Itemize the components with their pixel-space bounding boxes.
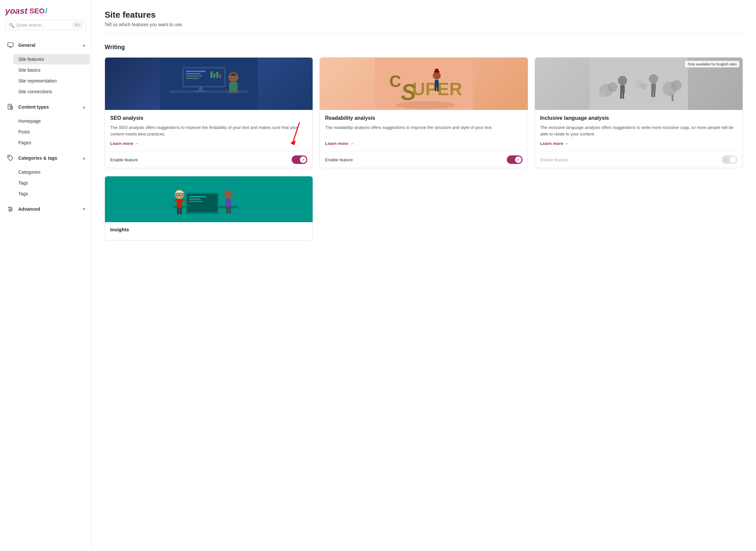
svg-rect-47 bbox=[622, 93, 624, 99]
nav-section-general: General ▲ Site features Site basics Site… bbox=[0, 37, 91, 97]
svg-rect-45 bbox=[620, 85, 625, 93]
nav-item-categories[interactable]: Categories bbox=[13, 167, 90, 177]
search-box[interactable]: 🔍 Quick search... ⌘K bbox=[5, 20, 86, 30]
writing-section-title: Writing bbox=[105, 44, 743, 51]
nav-section-advanced-header[interactable]: Advanced ▼ bbox=[0, 200, 91, 217]
svg-point-42 bbox=[608, 82, 617, 92]
nav-item-posts[interactable]: Posts bbox=[13, 127, 90, 137]
svg-rect-72 bbox=[182, 199, 185, 201]
general-label: General bbox=[18, 43, 82, 48]
svg-rect-21 bbox=[214, 73, 215, 78]
nav-item-site-representation[interactable]: Site representation bbox=[13, 76, 90, 86]
svg-point-8 bbox=[11, 208, 12, 209]
logo-area: yoast SEO / bbox=[0, 0, 91, 20]
nav-section-general-header[interactable]: General ▲ bbox=[0, 37, 91, 54]
svg-rect-71 bbox=[174, 199, 178, 201]
search-shortcut: ⌘K bbox=[73, 22, 82, 28]
nav-section-categories-tags-header[interactable]: Categories & tags ▲ bbox=[0, 149, 91, 166]
nav-item-site-basics[interactable]: Site basics bbox=[13, 65, 90, 75]
svg-rect-76 bbox=[226, 198, 231, 207]
advanced-chevron-icon: ▼ bbox=[82, 207, 86, 211]
nav-item-site-features[interactable]: Site features bbox=[13, 54, 90, 64]
nav-section-content-types-header[interactable]: Content types ▲ bbox=[0, 98, 91, 115]
nav-section-advanced: Advanced ▼ bbox=[0, 200, 91, 217]
svg-rect-70 bbox=[177, 199, 182, 208]
card-readability-description: The readability analysis offers suggesti… bbox=[325, 124, 522, 137]
card-image-inclusive: Only available for English sites bbox=[535, 58, 743, 110]
logo-yoast: yoast bbox=[5, 6, 27, 16]
card-readability-body: Readability analysis The readability ana… bbox=[320, 110, 527, 151]
nav-item-pages[interactable]: Pages bbox=[13, 137, 90, 148]
general-nav-items: Site features Site basics Site represent… bbox=[13, 54, 91, 97]
card-image-seo bbox=[105, 58, 313, 110]
svg-rect-20 bbox=[211, 71, 213, 78]
svg-rect-26 bbox=[227, 92, 240, 94]
readability-illustration: S UPER C bbox=[320, 58, 527, 110]
content-area: Site features Tell us which features you… bbox=[92, 0, 756, 551]
sliders-icon bbox=[5, 204, 16, 214]
seo-enable-toggle[interactable]: ✓ bbox=[292, 155, 307, 164]
writing-cards-grid: SEO analysis The SEO analysis offers sug… bbox=[105, 57, 743, 168]
content-types-label: Content types bbox=[18, 104, 82, 110]
card-readability-footer: Enable feature ✓ bbox=[320, 151, 527, 168]
partial-cards-grid: Insights bbox=[105, 176, 743, 240]
nav-section-content-types: Content types ▲ Homepage Posts Pages bbox=[0, 98, 91, 148]
card-image-insights bbox=[105, 176, 313, 222]
categories-tags-label: Categories & tags bbox=[18, 155, 82, 161]
svg-point-3 bbox=[9, 156, 10, 157]
main-content: Site features Tell us which features you… bbox=[92, 0, 756, 551]
page-subtitle: Tell us which features you want to use. bbox=[105, 22, 743, 34]
card-inclusive-title: Inclusive language analysis bbox=[540, 115, 737, 121]
svg-rect-16 bbox=[186, 71, 206, 72]
logo-seo: SEO bbox=[29, 7, 44, 15]
svg-point-34 bbox=[433, 72, 441, 79]
svg-point-48 bbox=[649, 74, 658, 83]
general-chevron-icon: ▲ bbox=[82, 43, 86, 47]
svg-rect-61 bbox=[189, 196, 206, 197]
card-seo-footer: Enable feature ✓ bbox=[105, 151, 313, 168]
toggle-x-icon: ✕ bbox=[724, 158, 727, 162]
monitor-icon bbox=[5, 40, 16, 50]
card-insights: Insights bbox=[105, 176, 313, 240]
card-inclusive-language: Only available for English sites Inclusi… bbox=[535, 57, 743, 168]
readability-enable-toggle[interactable]: ✓ bbox=[507, 155, 523, 164]
svg-rect-62 bbox=[189, 198, 201, 199]
svg-rect-50 bbox=[651, 91, 653, 97]
nav-item-tags-2[interactable]: Tags bbox=[13, 188, 90, 199]
inclusive-enable-label: Enable feature bbox=[540, 157, 568, 162]
sidebar: yoast SEO / 🔍 Quick search... ⌘K General… bbox=[0, 0, 92, 551]
readability-learn-more-link[interactable]: Learn more → bbox=[325, 141, 522, 146]
page-title: Site features bbox=[105, 10, 743, 20]
nav-item-tags-1[interactable]: Tags bbox=[13, 178, 90, 188]
seo-illustration bbox=[105, 58, 313, 110]
svg-rect-38 bbox=[435, 86, 437, 91]
nav-item-site-connections[interactable]: Site connections bbox=[13, 86, 90, 97]
nav-item-homepage[interactable]: Homepage bbox=[13, 116, 90, 126]
svg-text:C: C bbox=[389, 72, 401, 91]
inclusive-learn-more-link[interactable]: Learn more → bbox=[540, 141, 737, 146]
nav-section-categories-tags: Categories & tags ▲ Categories Tags Tags bbox=[0, 149, 91, 199]
card-seo-title: SEO analysis bbox=[110, 115, 307, 121]
svg-rect-46 bbox=[620, 93, 622, 99]
svg-rect-49 bbox=[651, 83, 656, 92]
document-icon bbox=[5, 102, 16, 112]
svg-point-53 bbox=[671, 80, 681, 91]
svg-point-75 bbox=[224, 190, 233, 198]
categories-tags-chevron-icon: ▲ bbox=[82, 156, 86, 160]
card-seo-analysis: SEO analysis The SEO analysis offers sug… bbox=[105, 57, 313, 168]
svg-rect-36 bbox=[435, 69, 438, 72]
svg-point-7 bbox=[9, 207, 10, 208]
card-insights-body: Insights bbox=[105, 222, 313, 240]
inclusive-toggle-knob bbox=[730, 156, 736, 163]
readability-toggle-knob: ✓ bbox=[515, 156, 522, 163]
svg-rect-25 bbox=[229, 82, 238, 92]
inclusive-enable-toggle[interactable]: ✕ bbox=[722, 155, 737, 164]
categories-tags-nav-items: Categories Tags Tags bbox=[13, 167, 91, 199]
svg-rect-19 bbox=[186, 78, 199, 79]
card-readability-analysis: S UPER C bbox=[319, 57, 528, 168]
svg-rect-54 bbox=[671, 95, 673, 101]
seo-learn-more-link[interactable]: Learn more → bbox=[110, 141, 307, 146]
card-readability-title: Readability analysis bbox=[325, 115, 522, 121]
svg-rect-22 bbox=[216, 72, 218, 78]
advanced-label: Advanced bbox=[18, 206, 82, 212]
